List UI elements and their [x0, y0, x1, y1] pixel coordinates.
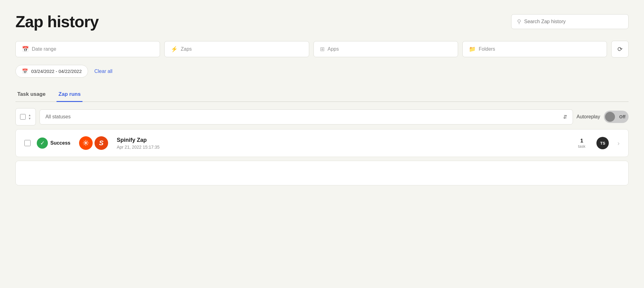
zap-info: Spinify Zap Apr 21, 2022 15:17:35: [117, 137, 572, 150]
avatar: TS: [596, 137, 609, 149]
refresh-button[interactable]: ⟳: [611, 41, 629, 57]
zap-app-icons: ✳ S: [79, 136, 108, 150]
filter-row: 📅 Date range ⚡ Zaps ⊞ Apps 📁 Folders ⟳: [15, 41, 629, 57]
apps-filter[interactable]: ⊞ Apps: [314, 41, 458, 57]
active-calendar-icon: 📅: [22, 68, 28, 74]
autoreplay-group: Autoreplay Off: [577, 111, 629, 123]
folders-filter[interactable]: 📁 Folders: [462, 41, 607, 57]
zaps-filter[interactable]: ⚡ Zaps: [164, 41, 309, 57]
status-placeholder: All statuses: [45, 114, 71, 120]
select-all-checkbox[interactable]: [20, 114, 26, 120]
sort-down-icon: ▼: [28, 117, 31, 120]
active-date-filter[interactable]: 📅 03/24/2022 - 04/22/2022: [15, 65, 88, 78]
clear-all-link[interactable]: Clear all: [94, 69, 112, 74]
success-icon: ✓: [37, 138, 48, 149]
zaps-label: Zaps: [181, 46, 192, 52]
zap-name: Spinify Zap: [117, 137, 572, 143]
zap-icon: ⚡: [171, 46, 178, 53]
tab-task-usage[interactable]: Task usage: [15, 87, 47, 102]
spinify-app-icon: S: [95, 136, 108, 150]
autoreplay-toggle[interactable]: Off: [604, 111, 629, 123]
header-row: Zap history ⚲: [15, 12, 629, 31]
status-dropdown[interactable]: All statuses ⇵: [40, 109, 573, 125]
apps-label: Apps: [328, 46, 339, 52]
apps-icon: ⊞: [320, 46, 325, 53]
zapier-app-icon: ✳: [79, 136, 93, 150]
active-filters-row: 📅 03/24/2022 - 04/22/2022 Clear all: [15, 65, 629, 78]
tabs-row: Task usage Zap runs: [15, 87, 629, 102]
table-row[interactable]: ✓ Success ✳ S Spinify Zap Apr 21, 2022 1…: [15, 129, 629, 157]
date-range-filter[interactable]: 📅 Date range: [15, 41, 160, 57]
select-all-group[interactable]: ▲ ▼: [15, 108, 36, 125]
status-badge: ✓ Success: [37, 138, 70, 149]
tab-zap-runs[interactable]: Zap runs: [57, 87, 82, 102]
zap-list: ✓ Success ✳ S Spinify Zap Apr 21, 2022 1…: [15, 129, 629, 185]
toggle-state-label: Off: [619, 114, 625, 119]
refresh-icon: ⟳: [617, 45, 623, 53]
task-number: 1: [578, 138, 585, 144]
page-title: Zap history: [15, 12, 99, 31]
folders-label: Folders: [479, 46, 495, 52]
search-box[interactable]: ⚲: [511, 14, 629, 29]
search-icon: ⚲: [517, 18, 521, 25]
task-label: task: [578, 144, 585, 149]
row-checkbox[interactable]: [24, 140, 31, 146]
active-date-range: 03/24/2022 - 04/22/2022: [31, 69, 82, 74]
autoreplay-label: Autoreplay: [577, 114, 600, 120]
table-row: [15, 161, 629, 185]
chevron-updown-icon: ⇵: [563, 114, 567, 120]
search-input[interactable]: [524, 19, 623, 24]
sort-arrows[interactable]: ▲ ▼: [28, 114, 31, 120]
toggle-knob: [605, 112, 615, 122]
date-range-label: Date range: [32, 46, 56, 52]
zap-date: Apr 21, 2022 15:17:35: [117, 145, 572, 150]
controls-row: ▲ ▼ All statuses ⇵ Autoreplay Off: [15, 108, 629, 125]
chevron-right-icon[interactable]: ›: [617, 140, 620, 147]
sort-up-icon: ▲: [28, 114, 31, 117]
status-text: Success: [50, 140, 70, 146]
folder-icon: 📁: [469, 46, 476, 53]
calendar-icon: 📅: [22, 46, 29, 53]
task-count: 1 task: [578, 138, 585, 149]
